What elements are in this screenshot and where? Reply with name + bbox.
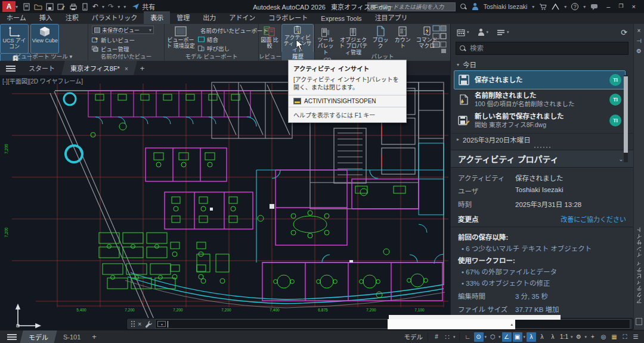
list-options-button[interactable]: ▾ [497,29,509,36]
group-older-date[interactable]: ▸2025年3月20日木曜日 [451,133,633,145]
user-menu-caret-icon[interactable]: ▾ [532,4,534,10]
workspace-caret-icon[interactable]: ▾ [584,335,587,339]
feed-item-saved-as[interactable]: 新しい名前で保存されました 開始 東京オフィス8F.dwg TI [454,110,625,131]
model-space-button[interactable]: モデル [403,332,425,342]
annotation-scale-people-icon[interactable]: λ [548,332,558,342]
close-button[interactable]: × [632,3,636,10]
qat-customize-caret-icon[interactable]: ▾ [123,4,126,10]
panel-title-named-views[interactable]: 名前の付いたビュー [88,52,164,60]
help-icon[interactable]: ? [571,3,578,10]
annotation-monitor-plus-icon[interactable]: + [588,332,597,342]
undo-caret-icon[interactable]: ▾ [102,4,104,10]
splitter-handle[interactable] [451,145,633,150]
new-view-button[interactable]: 新しいビュー [92,35,160,44]
mobile-icon[interactable] [81,3,89,11]
store-cart-icon[interactable] [539,4,547,10]
customization-menu-icon[interactable]: ☰ [631,332,640,342]
palette-autohide-icon[interactable]: ⊣ [634,38,644,44]
tab-view[interactable]: 表示 [144,11,170,24]
drawing-compare-button[interactable]: 図面 比較 [259,24,280,53]
tab-express-tools[interactable]: Express Tools [314,14,368,24]
panel-title-review[interactable]: レビュー [259,52,281,60]
feed-item-purged[interactable]: 名前削除されました 100 個の項目が名前削除されました TI [454,89,625,110]
annotation-scale-value[interactable]: 1:1 [559,332,569,342]
help-search-input[interactable] [367,2,456,11]
panel-title-viewport-tools[interactable]: ビューポート ツール ▾ [0,52,88,60]
tab-parametric[interactable]: パラメトリック [85,11,144,24]
layout-tab-model[interactable]: モデル [20,330,57,343]
view-dropdown[interactable]: 未保存のビュー▾ [92,26,154,34]
panel-title-model-viewports[interactable]: モデル ビューポート [165,52,258,60]
command-recent-icon[interactable]: ▾ [157,321,166,327]
app-logo[interactable]: A [2,1,16,12]
viewcube-button[interactable]: View Cube [31,24,58,53]
redo-caret-icon[interactable]: ▾ [117,4,120,10]
tab-collaborate[interactable]: コラボレート [262,11,314,24]
minimize-button[interactable]: – [606,3,610,10]
scale-caret-icon[interactable]: ▾ [571,335,573,339]
named-viewports-button[interactable]: 名前の付いたビューポート [198,26,258,35]
layout-menu-icon[interactable] [7,334,17,340]
snap-caret-icon[interactable]: ▾ [453,335,456,339]
isodraft-icon[interactable]: ⬡ [488,332,497,342]
tab-output[interactable]: 出力 [196,11,222,24]
palette-bottom-icon[interactable] [636,318,642,325]
object-snap-icon[interactable]: ▣ [513,332,522,342]
palette-close-icon[interactable]: × [634,27,644,34]
command-customize-wrench-icon[interactable] [145,320,153,328]
new-file-icon[interactable] [23,3,30,11]
refresh-icon[interactable]: ⟳ [621,28,627,37]
snap-mode-icon[interactable]: ⸬ [442,332,452,342]
palette-extra-icons[interactable] [432,25,448,54]
properties-palette-button[interactable]: オブジェクト プロパティ管理 [339,27,367,55]
command-grip-handle[interactable] [131,320,135,327]
restore-viewports-button[interactable]: 呼び出し [198,44,258,52]
save-icon[interactable] [46,3,54,11]
object-snap-tracking-icon[interactable]: ∠ [502,332,512,342]
autoscale-icon[interactable]: λ [537,332,547,342]
feedback-link[interactable]: 改善にご協力ください [561,214,626,224]
palette-search-box[interactable] [456,42,628,55]
search-icon[interactable] [460,4,467,10]
panel-title-history[interactable]: 履歴 [281,52,314,60]
tab-annotate[interactable]: 注釈 [59,11,85,24]
feed-item-saved[interactable]: 保存されました TI [454,71,625,89]
panel-title-palettes[interactable]: パレット [315,52,450,60]
save-as-icon[interactable] [57,3,66,11]
undo-icon[interactable]: ↶ [92,2,98,11]
open-file-icon[interactable] [34,3,42,11]
plot-icon[interactable] [69,3,78,11]
layout-tab-s101[interactable]: S-101 [55,332,89,342]
user-filter-button[interactable]: ▾ [478,29,489,36]
redo-icon[interactable]: ↷ [108,2,114,11]
tab-home[interactable]: ホーム [0,11,33,24]
grid-display-icon[interactable]: # [432,332,441,342]
tab-manage[interactable]: 管理 [170,11,196,24]
user-name[interactable]: Toshiaki Isezaki [484,3,528,10]
tab-insert[interactable]: 挿入 [33,11,59,24]
feed-scrollbar[interactable] [624,75,628,162]
restore-button[interactable]: ❐ [618,3,623,10]
graphics-performance-icon[interactable]: ▦ [609,332,619,342]
ortho-mode-icon[interactable]: ∟ [463,332,473,342]
tab-document[interactable]: 東京オフィス8F*× [61,61,137,75]
new-drawing-plus-icon[interactable]: + [140,64,145,73]
clean-screen-icon[interactable]: ⛶ [620,332,630,342]
viewport-config-button[interactable]: ビューポート 環境設定 [165,24,196,53]
app-menu-caret-icon[interactable]: ▾ [16,4,18,10]
group-today[interactable]: ▾今日 [451,58,633,70]
tab-featured-apps[interactable]: 注目アプリ [369,11,414,24]
ucs-icon-button[interactable]: UCS アイコン [1,24,28,53]
activity-properties-header[interactable]: アクティビティ プロパティ ⌄⌄ [451,150,633,168]
feed-scrollbar-thumb[interactable] [624,76,628,153]
polar-caret-icon[interactable]: ▾ [485,335,487,339]
tab-start[interactable]: スタート [20,61,64,75]
count-palette-button[interactable]: カウント [393,24,412,53]
new-layout-plus-icon[interactable]: + [92,332,97,341]
autodesk-logo-icon[interactable] [552,4,559,10]
date-filter-button[interactable]: ▾ [457,29,469,36]
autodesk-caret-icon[interactable]: ▾ [564,4,566,10]
palette-search-input[interactable] [470,45,624,52]
help-caret-icon[interactable]: ▾ [583,4,586,10]
tool-palettes-button[interactable]: ツール パレット [315,27,336,55]
